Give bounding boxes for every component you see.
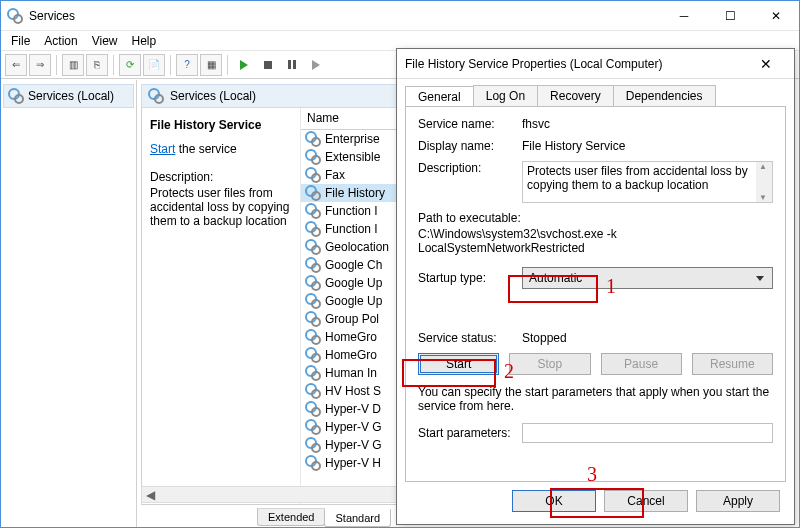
scroll-left-icon[interactable]: ◀ bbox=[142, 487, 159, 502]
properties-button[interactable]: ▦ bbox=[200, 54, 222, 76]
start-button[interactable]: Start bbox=[418, 353, 499, 375]
gear-icon bbox=[305, 401, 321, 417]
nav-root[interactable]: Services (Local) bbox=[3, 84, 134, 108]
service-row-label: Hyper-V D bbox=[325, 402, 381, 416]
restart-service-button[interactable] bbox=[305, 54, 327, 76]
service-row-label: File History bbox=[325, 186, 385, 200]
svg-point-2 bbox=[9, 89, 19, 99]
value-path: C:\Windows\system32\svchost.exe -k Local… bbox=[418, 227, 773, 255]
svg-point-42 bbox=[306, 456, 316, 466]
tab-general[interactable]: General bbox=[405, 86, 474, 107]
description-label: Description: bbox=[150, 170, 292, 184]
nav-pane: Services (Local) bbox=[1, 80, 137, 527]
menu-help[interactable]: Help bbox=[132, 34, 157, 48]
svg-point-4 bbox=[149, 89, 159, 99]
dialog-panel-general: Service name: fhsvc Display name: File H… bbox=[405, 106, 786, 482]
show-hide-tree-button[interactable]: ▥ bbox=[62, 54, 84, 76]
gear-icon bbox=[305, 167, 321, 183]
service-row-label: Hyper-V G bbox=[325, 438, 382, 452]
label-path: Path to executable: bbox=[418, 211, 773, 225]
close-button[interactable]: ✕ bbox=[753, 1, 799, 31]
forward-button[interactable]: ⇒ bbox=[29, 54, 51, 76]
description-pane: File History Service Start the service D… bbox=[142, 108, 300, 504]
svg-point-30 bbox=[306, 348, 316, 358]
gear-icon bbox=[305, 455, 321, 471]
service-row-label: Google Ch bbox=[325, 258, 382, 272]
svg-point-24 bbox=[306, 294, 316, 304]
svg-point-8 bbox=[306, 150, 316, 160]
dialog-buttons: OK Cancel Apply bbox=[397, 490, 794, 524]
svg-point-18 bbox=[306, 240, 316, 250]
refresh-button[interactable]: ⟳ bbox=[119, 54, 141, 76]
description-text: Protects user files from accidental loss… bbox=[150, 186, 292, 228]
gear-icon bbox=[305, 365, 321, 381]
minimize-button[interactable]: ─ bbox=[661, 1, 707, 31]
label-start-params: Start parameters: bbox=[418, 426, 522, 440]
description-box-text: Protects user files from accidental loss… bbox=[527, 164, 748, 192]
gear-icon bbox=[305, 347, 321, 363]
label-description: Description: bbox=[418, 161, 522, 203]
dialog-titlebar: File History Service Properties (Local C… bbox=[397, 49, 794, 79]
start-params-input[interactable] bbox=[522, 423, 773, 443]
tab-recovery[interactable]: Recovery bbox=[537, 85, 614, 106]
service-row-label: HomeGro bbox=[325, 348, 377, 362]
export-list-button[interactable]: 📄 bbox=[143, 54, 165, 76]
ok-button[interactable]: OK bbox=[512, 490, 596, 512]
svg-point-36 bbox=[306, 402, 316, 412]
detail-header-label: Services (Local) bbox=[170, 89, 256, 103]
help-button[interactable]: ? bbox=[176, 54, 198, 76]
svg-point-28 bbox=[306, 330, 316, 340]
tab-dependencies[interactable]: Dependencies bbox=[613, 85, 716, 106]
startup-type-value: Automatic bbox=[529, 271, 582, 285]
service-row-label: Google Up bbox=[325, 294, 382, 308]
window-titlebar: Services ─ ☐ ✕ bbox=[1, 1, 799, 31]
service-row-label: Fax bbox=[325, 168, 345, 182]
service-row-label: Enterprise bbox=[325, 132, 380, 146]
label-display-name: Display name: bbox=[418, 139, 522, 153]
gear-icon bbox=[305, 275, 321, 291]
service-row-label: Google Up bbox=[325, 276, 382, 290]
cancel-button[interactable]: Cancel bbox=[604, 490, 688, 512]
start-link[interactable]: Start bbox=[150, 142, 175, 156]
gear-icon bbox=[305, 419, 321, 435]
tab-standard[interactable]: Standard bbox=[324, 509, 391, 527]
description-box[interactable]: Protects user files from accidental loss… bbox=[522, 161, 773, 203]
service-row-label: Human In bbox=[325, 366, 377, 380]
menu-file[interactable]: File bbox=[11, 34, 30, 48]
svg-point-32 bbox=[306, 366, 316, 376]
dialog-tabs: General Log On Recovery Dependencies bbox=[397, 79, 794, 106]
svg-point-0 bbox=[8, 9, 18, 19]
tab-logon[interactable]: Log On bbox=[473, 85, 538, 106]
label-service-status: Service status: bbox=[418, 331, 522, 345]
label-service-name: Service name: bbox=[418, 117, 522, 131]
service-row-label: HV Host S bbox=[325, 384, 381, 398]
svg-point-10 bbox=[306, 168, 316, 178]
menu-action[interactable]: Action bbox=[44, 34, 77, 48]
dialog-close-button[interactable]: ✕ bbox=[746, 56, 786, 72]
pause-service-button[interactable] bbox=[281, 54, 303, 76]
value-service-status: Stopped bbox=[522, 331, 567, 345]
svg-point-40 bbox=[306, 438, 316, 448]
menu-view[interactable]: View bbox=[92, 34, 118, 48]
apply-button[interactable]: Apply bbox=[696, 490, 780, 512]
svg-point-38 bbox=[306, 420, 316, 430]
export-button[interactable]: ⎘ bbox=[86, 54, 108, 76]
svg-point-16 bbox=[306, 222, 316, 232]
description-scrollbar[interactable] bbox=[756, 162, 772, 202]
back-button[interactable]: ⇐ bbox=[5, 54, 27, 76]
service-row-label: Hyper-V G bbox=[325, 420, 382, 434]
tab-extended[interactable]: Extended bbox=[257, 508, 325, 526]
gear-icon bbox=[305, 221, 321, 237]
service-row-label: HomeGro bbox=[325, 330, 377, 344]
resume-button: Resume bbox=[692, 353, 773, 375]
gear-icon bbox=[305, 383, 321, 399]
svg-point-20 bbox=[306, 258, 316, 268]
start-params-hint: You can specify the start parameters tha… bbox=[418, 385, 773, 413]
maximize-button[interactable]: ☐ bbox=[707, 1, 753, 31]
service-row-label: Hyper-V H bbox=[325, 456, 381, 470]
gear-icon bbox=[148, 88, 164, 104]
stop-service-button[interactable] bbox=[257, 54, 279, 76]
start-service-button[interactable] bbox=[233, 54, 255, 76]
startup-type-combo[interactable]: Automatic bbox=[522, 267, 773, 289]
pause-button: Pause bbox=[601, 353, 682, 375]
